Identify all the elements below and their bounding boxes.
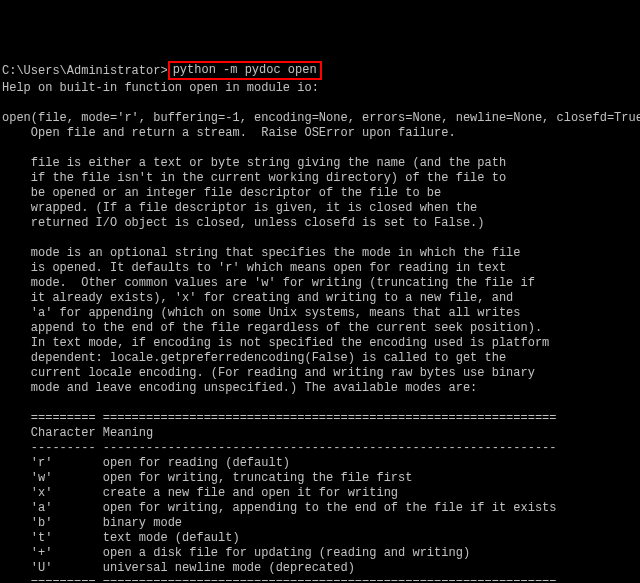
table-row: 'b' binary mode [2,516,182,530]
table-row: 'x' create a new file and open it for wr… [2,486,398,500]
table-divider-bottom: ========= ==============================… [2,576,557,583]
table-row: 'U' universal newline mode (deprecated) [2,561,355,575]
help-header: Help on built-in function open in module… [2,81,319,95]
table-divider-mid: --------- ------------------------------… [2,441,557,455]
paragraph-mode: mode is an optional string that specifie… [2,246,549,395]
paragraph-file: file is either a text or byte string giv… [2,156,506,230]
terminal-output: Help on built-in function open in module… [2,81,638,583]
table-row: 'r' open for reading (default) [2,456,290,470]
table-row: 'a' open for writing, appending to the e… [2,501,557,515]
command-highlight: python -m pydoc open [168,61,322,80]
command-text[interactable]: python -m pydoc open [173,63,317,77]
table-row: 'w' open for writing, truncating the fil… [2,471,412,485]
description: Open file and return a stream. Raise OSE… [2,126,456,140]
table-divider-top: ========= ==============================… [2,411,557,425]
table-header: Character Meaning [2,426,153,440]
table-row: '+' open a disk file for updating (readi… [2,546,470,560]
prompt-char: > [160,64,167,78]
function-signature: open(file, mode='r', buffering=-1, encod… [2,111,640,125]
prompt-path: C:\Users\Administrator [2,64,160,78]
table-row: 't' text mode (default) [2,531,240,545]
